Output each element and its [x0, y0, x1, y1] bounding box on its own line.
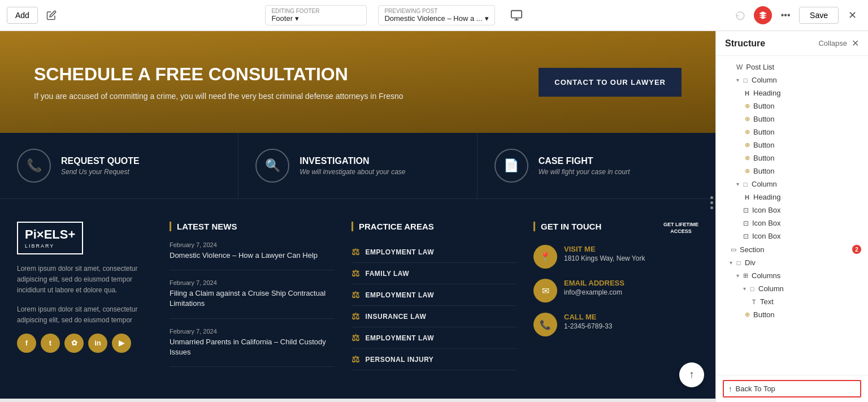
request-icon-circle: 📞 — [17, 149, 51, 183]
social-linkedin[interactable]: in — [88, 334, 107, 353]
contact-lawyer-button[interactable]: CONTACT TO OUR LAWYER — [539, 68, 682, 97]
call-text: CALL ME 1-2345-6789-33 — [564, 313, 612, 330]
tree-button-5[interactable]: ⊕ Button — [716, 152, 868, 165]
get-lifetime-button[interactable]: GET LIFETIMEACCESS — [663, 222, 698, 235]
call-value: 1-2345-6789-33 — [564, 322, 612, 330]
news-item-2: February 7, 2024 Filing a Claim against … — [170, 279, 335, 318]
previewing-label: PREVIEWING POST — [384, 8, 437, 14]
tree-columns[interactable]: ▾ ⊞ Columns — [716, 269, 868, 282]
tree-section[interactable]: ▭ Section 2 — [716, 243, 868, 256]
icon-row: 📞 REQUEST QUOTE Send Us your Request 🔍 I… — [0, 133, 715, 199]
news-title-3[interactable]: Unmarried Parents in California – Child … — [170, 337, 335, 357]
previewing-post-dropdown[interactable]: PREVIEWING POST Domestic Violence – How … — [378, 5, 494, 25]
column-icon-3: □ — [748, 286, 756, 292]
canvas-area[interactable]: SCHEDULE A FREE CONSULTATION If you are … — [0, 31, 715, 402]
close-button[interactable]: ✕ — [843, 6, 861, 24]
practice-item-2[interactable]: ⚖FAMILY LAW — [351, 263, 517, 284]
tree-button-6[interactable]: ⊕ Button — [716, 165, 868, 178]
iconbox-icon-3: ⊡ — [743, 232, 749, 240]
button-icon-4: ⊕ — [743, 141, 751, 149]
social-youtube[interactable]: ▶ — [112, 334, 131, 353]
main-layout: SCHEDULE A FREE CONSULTATION If you are … — [0, 31, 868, 402]
tree-heading-1[interactable]: H Heading — [716, 87, 868, 100]
scroll-dot-1 — [710, 196, 713, 199]
column-icon-1: □ — [741, 77, 749, 84]
back-to-top-label: Back To Top — [736, 384, 775, 393]
device-toggle[interactable] — [506, 5, 527, 25]
investigation-subtitle: We will investigate about your case — [300, 168, 405, 176]
icon-row-item-investigation: 🔍 INVESTIGATION We will investigate abou… — [238, 133, 477, 198]
hero-subtitle: If you are accused of committing a crime… — [34, 92, 403, 101]
add-button[interactable]: Add — [7, 7, 38, 24]
tree-button-1[interactable]: ⊕ Button — [716, 100, 868, 113]
tree-iconbox-1[interactable]: ⊡ Icon Box — [716, 204, 868, 217]
chevron-icon-5: ▾ — [743, 286, 746, 292]
tree-div[interactable]: ▾ □ Div — [716, 256, 868, 269]
practice-column: PRACTICE AREAS ⚖EMPLOYMENT LAW ⚖FAMILY L… — [351, 222, 517, 376]
tree-button-3[interactable]: ⊕ Button — [716, 126, 868, 139]
tree-iconbox-2[interactable]: ⊡ Icon Box — [716, 217, 868, 230]
layers-button[interactable] — [754, 6, 772, 24]
tree-button-2[interactable]: ⊕ Button — [716, 113, 868, 126]
request-subtitle: Send Us your Request — [61, 168, 140, 176]
back-to-top-panel-item[interactable]: ↑ Back To Top — [723, 380, 861, 397]
footer-section: 📞 REQUEST QUOTE Send Us your Request 🔍 I… — [0, 133, 715, 399]
practice-item-4[interactable]: ⚖INSURANCE LAW — [351, 306, 517, 327]
heading-icon-2: H — [743, 194, 751, 201]
chevron-icon-4: ▾ — [736, 273, 739, 279]
undo-button[interactable] — [731, 6, 749, 24]
tree-heading-2[interactable]: H Heading — [716, 191, 868, 204]
panel-close-button[interactable]: ✕ — [852, 38, 859, 49]
save-button[interactable]: Save — [799, 7, 839, 24]
tree-button-4[interactable]: ⊕ Button — [716, 139, 868, 152]
editing-value: Footer ▾ — [271, 14, 299, 23]
scroll-dot-2 — [710, 201, 713, 204]
tree-column-2[interactable]: ▾ □ Column — [716, 178, 868, 191]
touch-column: GET IN TOUCH GET LIFETIMEACCESS 📍 VISIT … — [533, 222, 698, 376]
panel-tree: W Post List ▾ □ Column H Heading ⊕ Butto… — [716, 56, 868, 375]
news-date-1: February 7, 2024 — [170, 241, 335, 248]
practice-item-3[interactable]: ⚖EMPLOYMENT LAW — [351, 284, 517, 306]
edit-icon[interactable] — [42, 6, 60, 24]
back-to-top-button[interactable]: ↑ — [679, 362, 704, 387]
collapse-button[interactable]: Collapse — [818, 39, 847, 47]
logo-column: Pi×ELS+ LIBRARY Lorem ipsum dolor sit am… — [17, 222, 153, 376]
visit-icon: 📍 — [533, 245, 557, 269]
tree-button-7[interactable]: ⊕ Button — [716, 308, 868, 321]
tree-column-3[interactable]: ▾ □ Column — [716, 282, 868, 295]
logo-box: Pi×ELS+ LIBRARY — [17, 222, 83, 254]
tree-text[interactable]: T Text — [716, 295, 868, 308]
button-icon-6: ⊕ — [743, 167, 751, 175]
touch-heading: GET IN TOUCH — [533, 222, 601, 231]
contact-call: 📞 CALL ME 1-2345-6789-33 — [533, 313, 698, 336]
button-icon-1: ⊕ — [743, 102, 751, 110]
social-facebook[interactable]: f — [17, 334, 36, 353]
previewing-value: Domestic Violence – How a ... ▾ — [384, 14, 488, 23]
touch-header: GET IN TOUCH GET LIFETIMEACCESS — [533, 222, 698, 235]
section-icon: ▭ — [730, 246, 737, 253]
hero-section: SCHEDULE A FREE CONSULTATION If you are … — [0, 31, 715, 133]
news-heading: LATEST NEWS — [170, 222, 335, 231]
tree-iconbox-3[interactable]: ⊡ Icon Box — [716, 230, 868, 243]
logo-para-1: Lorem ipsum dolor sit amet, consectetur … — [17, 263, 153, 296]
tree-post-list[interactable]: W Post List — [716, 60, 868, 74]
iconbox-icon-2: ⊡ — [743, 219, 749, 227]
back-to-top-arrow-icon: ↑ — [728, 384, 732, 393]
news-title-2[interactable]: Filing a Claim against a Cruise Ship Con… — [170, 288, 335, 309]
social-twitter[interactable]: t — [41, 334, 60, 353]
social-instagram[interactable]: ✿ — [64, 334, 84, 353]
logo-text: Pi×ELS+ — [25, 227, 75, 242]
practice-item-1[interactable]: ⚖EMPLOYMENT LAW — [351, 241, 517, 263]
investigation-text: INVESTIGATION We will investigate about … — [300, 156, 405, 176]
logo-sub: LIBRARY — [25, 243, 75, 249]
tree-column-1[interactable]: ▾ □ Column — [716, 74, 868, 87]
topbar-center: EDITING FOOTER Footer ▾ PREVIEWING POST … — [65, 5, 727, 25]
casefight-subtitle: We will fight your case in court — [539, 168, 630, 176]
news-title-1[interactable]: Domestic Violence – How a Lawyer Can Hel… — [170, 250, 335, 261]
practice-item-5[interactable]: ⚖EMPLOYMENT LAW — [351, 327, 517, 349]
columns-icon: ⊞ — [741, 272, 749, 279]
more-options-button[interactable]: ••• — [776, 6, 795, 24]
practice-item-6[interactable]: ⚖PERSONAL INJURY — [351, 349, 517, 370]
structure-panel: Structure Collapse ✕ W Post List ▾ □ Col… — [715, 31, 868, 402]
editing-footer-dropdown[interactable]: EDITING FOOTER Footer ▾ — [265, 5, 367, 25]
